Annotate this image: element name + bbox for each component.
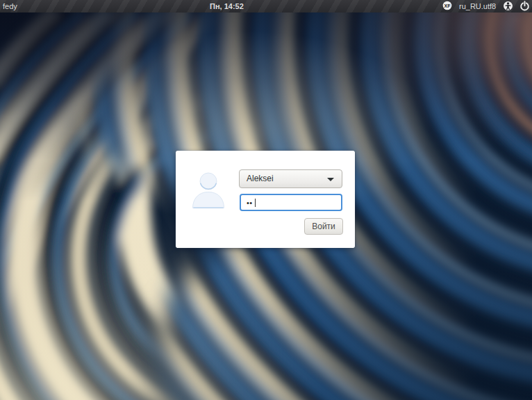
svg-text:XF: XF	[444, 3, 451, 8]
